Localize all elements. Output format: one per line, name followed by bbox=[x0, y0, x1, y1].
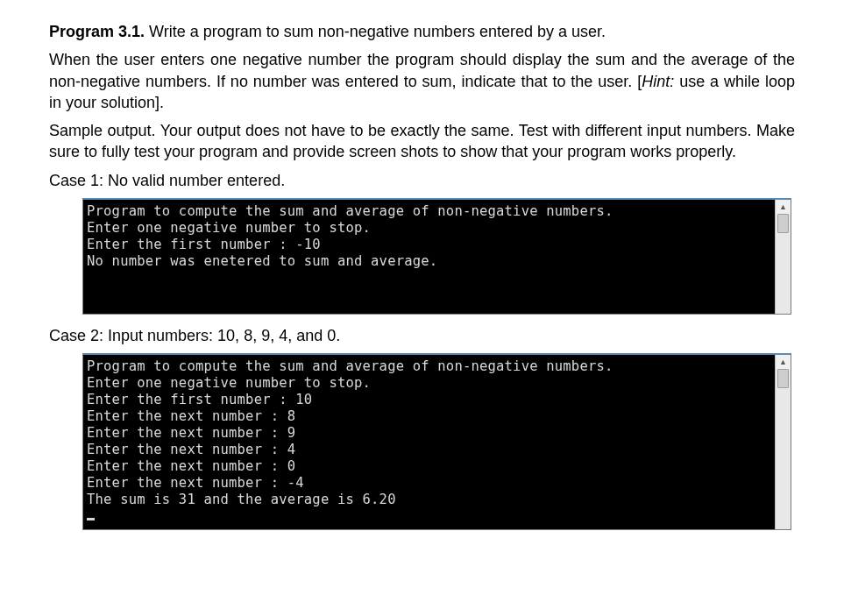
console-text-case2: Program to compute the sum and average o… bbox=[87, 358, 613, 506]
console-output-case1: Program to compute the sum and average o… bbox=[83, 200, 775, 314]
case2-label: Case 2: Input numbers: 10, 8, 9, 4, and … bbox=[49, 325, 795, 346]
description-paragraph-1: When the user enters one negative number… bbox=[49, 49, 795, 113]
case1-label: Case 1: No valid number entered. bbox=[49, 170, 795, 191]
scroll-track[interactable] bbox=[776, 214, 791, 314]
program-title-rest: Write a program to sum non-negative numb… bbox=[145, 23, 606, 40]
hint-label: Hint: bbox=[642, 73, 674, 90]
cursor-icon bbox=[87, 518, 95, 520]
scroll-thumb[interactable] bbox=[777, 369, 789, 388]
scroll-thumb[interactable] bbox=[777, 214, 789, 233]
scrollbar-case1[interactable]: ▲ bbox=[775, 200, 791, 314]
scroll-up-arrow-icon[interactable]: ▲ bbox=[776, 355, 791, 369]
scroll-up-arrow-icon[interactable]: ▲ bbox=[776, 200, 791, 214]
scroll-track[interactable] bbox=[776, 369, 791, 529]
console-window-case2: Program to compute the sum and average o… bbox=[82, 353, 791, 530]
program-heading: Program 3.1. Write a program to sum non-… bbox=[49, 21, 795, 42]
console-output-case2: Program to compute the sum and average o… bbox=[83, 355, 775, 529]
description-paragraph-2: Sample output. Your output does not have… bbox=[49, 120, 795, 163]
program-number: Program 3.1. bbox=[49, 23, 145, 40]
scrollbar-case2[interactable]: ▲ bbox=[775, 355, 791, 529]
console-window-case1: Program to compute the sum and average o… bbox=[82, 198, 791, 315]
